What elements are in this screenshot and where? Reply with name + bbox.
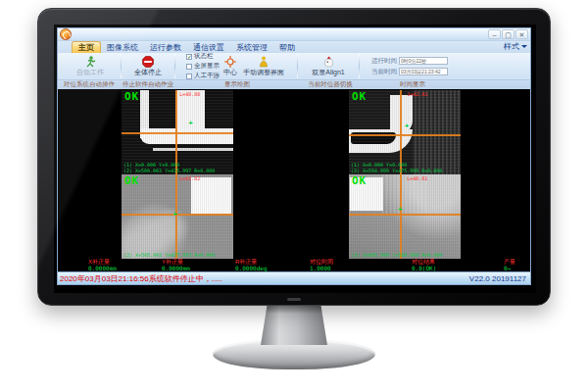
run-person-icon	[84, 56, 97, 68]
current-time-label: 当前时间	[371, 68, 397, 76]
maximize-button[interactable]: ▢	[502, 29, 514, 39]
style-dropdown[interactable]: 样式	[504, 41, 527, 52]
group-label-auto: 对位系统自动操作	[58, 80, 121, 89]
camera-grid: + OK L=48.88 (1) X=0.000 Y=0.000 (2) X=5…	[58, 89, 530, 259]
tab-run-params[interactable]: 运行参数	[144, 42, 187, 53]
monitor-bezel: – ▢ ✕ 主页 图像系统 运行参数 通信设置 系统管理 帮助 样式	[37, 8, 551, 306]
style-dropdown-label: 样式	[504, 41, 519, 52]
crosshair-horizontal	[349, 214, 461, 216]
crosshair-target-icon	[224, 56, 236, 68]
current-time-field[interactable]	[399, 68, 448, 75]
titlebar: – ▢ ✕	[58, 28, 530, 41]
close-button[interactable]: ✕	[515, 29, 528, 39]
camera-coord-line2: (2) X=505.003 Y=477.993 R=0.000	[123, 252, 215, 258]
crosshair-horizontal	[122, 214, 233, 216]
info-value: 0.0000mm	[162, 266, 190, 271]
camera-status: OK	[124, 90, 139, 103]
camera-view-2[interactable]: + OK 1=42.81 (1) X=0.000 Y=0.000 (3) X=5…	[349, 90, 461, 174]
tab-system-mgmt[interactable]: 系统管理	[230, 42, 273, 53]
tab-image-system[interactable]: 图像系统	[101, 42, 144, 53]
dual-align-button[interactable]: 双显Align1	[310, 56, 346, 76]
camera-status: OK	[124, 174, 139, 187]
info-value: 0.0000mm	[88, 266, 117, 271]
camera-view-4[interactable]: + OK L=48.81 (3) X=605.999 Y=580.999 R=0…	[349, 174, 461, 259]
info-col-count: 产量 0→	[504, 259, 515, 271]
camera-view-3[interactable]: + OK L=02.82 (2) X=505.003 Y=477.993 R=0…	[122, 174, 233, 259]
ribbon-group-labels: 对位系统自动操作 停止软件自动作业 显示绘图 当前对位器切换 时间显示	[58, 79, 530, 89]
camera-view-1[interactable]: + OK L=48.88 (1) X=0.000 Y=0.000 (2) X=5…	[122, 90, 233, 174]
checkbox-unchecked-icon	[186, 64, 192, 70]
info-value: 0.0000deg	[235, 266, 268, 271]
runtime-field[interactable]	[399, 57, 448, 65]
tab-home[interactable]: 主页	[72, 41, 101, 53]
window-controls: – ▢ ✕	[488, 29, 528, 39]
info-value: 0→	[504, 266, 515, 271]
version-label: V22.0 20191127	[469, 274, 526, 283]
crosshair-horizontal	[122, 132, 233, 134]
auto-work-button[interactable]: 自动工作	[74, 56, 106, 76]
runtime-row: 运行时间	[371, 57, 448, 66]
group-label-aligner: 当前对位器切换	[299, 80, 362, 89]
feature-marker: +	[188, 121, 192, 126]
stop-all-button[interactable]: 全体停止	[132, 56, 164, 76]
checkbox-fullscreen-label: 全屏显示	[194, 62, 220, 71]
camera-status: OK	[352, 174, 367, 187]
group-label-stop: 停止软件自动作业	[121, 80, 175, 89]
ribbon-group-time: 运行时间 当前时间	[360, 53, 460, 79]
group-label-display: 显示绘图	[175, 80, 299, 89]
camera-coord-line2: (3) X=594.999 Y=475.999 R=0.000	[351, 168, 442, 173]
info-value: 0.0(OK)	[412, 266, 436, 271]
camera-top-readout: L=48.88	[179, 91, 200, 97]
checkbox-fullscreen[interactable]: 全屏显示	[186, 62, 220, 71]
camera-top-readout: L=48.81	[407, 175, 427, 181]
crosshair-horizontal	[349, 134, 461, 136]
camera-top-readout: L=02.82	[179, 175, 200, 181]
status-message: 2020年03月03日21:16:56系统软件停止中，.....	[60, 273, 222, 284]
display-checkboxes: ✓ 状态栏 全屏显示 人工干涉	[186, 52, 220, 80]
dual-display-icon	[322, 56, 335, 68]
feature-marker: +	[398, 207, 402, 213]
info-value: 1.0000	[310, 266, 333, 271]
camera-coord-line2: (3) X=605.999 Y=580.999 R=0.000	[351, 252, 442, 258]
dual-align-label: 双显Align1	[312, 69, 344, 76]
crosshair-vertical	[400, 174, 402, 259]
group-label-time: 时间显示	[362, 80, 464, 89]
tab-comm-settings[interactable]: 通信设置	[187, 42, 230, 53]
monitor-stand-neck	[261, 304, 327, 345]
minimize-button[interactable]: –	[488, 29, 501, 39]
current-time-row: 当前时间	[371, 68, 448, 76]
manual-adjust-label: 手动调整界面	[243, 69, 284, 76]
checkbox-checked-icon: ✓	[186, 54, 192, 60]
camera-status: OK	[352, 90, 367, 103]
app-window: – ▢ ✕ 主页 图像系统 运行参数 通信设置 系统管理 帮助 样式	[57, 27, 531, 285]
info-col-time: 对位时间 1.0000	[310, 259, 333, 271]
checkbox-statusbar[interactable]: ✓ 状态栏	[186, 52, 220, 61]
ribbon-group-display: ✓ 状态栏 全屏显示 人工干涉	[175, 53, 297, 79]
screen: – ▢ ✕ 主页 图像系统 运行参数 通信设置 系统管理 帮助 样式	[54, 24, 536, 293]
stage: – ▢ ✕ 主页 图像系统 运行参数 通信设置 系统管理 帮助 样式	[0, 0, 588, 392]
tab-help[interactable]: 帮助	[273, 42, 301, 53]
ribbon-tab-row: 主页 图像系统 运行参数 通信设置 系统管理 帮助 样式	[58, 41, 530, 53]
stop-sign-icon	[142, 56, 154, 68]
checkbox-unchecked-icon	[186, 74, 192, 79]
auto-work-label: 自动工作	[76, 69, 104, 76]
chevron-down-icon	[521, 45, 527, 48]
checkbox-statusbar-label: 状态栏	[194, 52, 214, 61]
runtime-label: 运行时间	[371, 57, 397, 66]
info-col-result: 对位结果 0.0(OK)	[412, 259, 436, 271]
correction-readout-row: X补正量 0.0000mm Y补正量 0.0000mm R补正量 0.0000d…	[58, 259, 530, 271]
manual-adjust-button[interactable]: 手动调整界面	[241, 56, 286, 76]
ribbon: 自动工作 全体停止	[58, 53, 530, 79]
center-label: 中心	[223, 69, 237, 76]
camera-coord-line2: (2) X=500.003 Y=415.997 R=0.000	[123, 168, 215, 173]
center-button[interactable]: 中心	[221, 56, 239, 76]
person-icon	[258, 56, 270, 68]
info-col-y: Y补正量 0.0000mm	[162, 259, 190, 271]
app-logo-icon[interactable]	[60, 28, 72, 40]
ribbon-group-aligner: 双显Align1	[298, 53, 359, 79]
camera-top-readout: 1=42.81	[407, 91, 427, 97]
monitor-logo	[287, 298, 301, 301]
time-fields: 运行时间 当前时间	[371, 57, 448, 76]
stop-all-label: 全体停止	[134, 69, 162, 76]
info-col-x: X补正量 0.0000mm	[88, 259, 117, 271]
